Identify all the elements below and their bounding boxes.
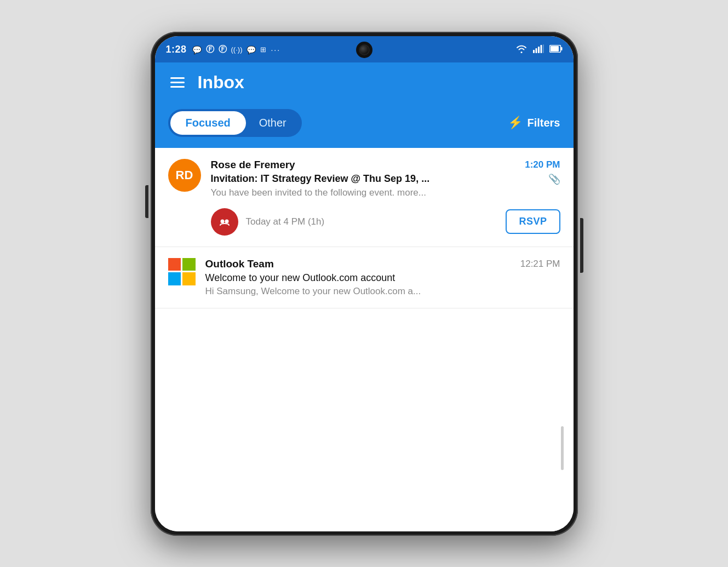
chat-icon: 💬 (192, 45, 202, 54)
more-icon: ··· (271, 45, 280, 54)
tab-focused[interactable]: Focused (170, 111, 246, 135)
email-content-2: Outlook Team 12:21 PM Welcome to your ne… (205, 258, 560, 297)
ms-blue-square (168, 272, 181, 285)
svg-point-8 (219, 216, 231, 228)
ms-green-square (182, 258, 196, 271)
event-left: Today at 4 PM (1h) (211, 208, 325, 236)
email-list: RD Rose de Fremery 1:20 PM Invitation: I… (155, 148, 574, 531)
email-subject-row-1: Invitation: IT Strategy Review @ Thu Sep… (211, 173, 560, 185)
wifi-icon (515, 44, 528, 55)
svg-point-9 (220, 219, 224, 223)
news-icon: ⊞ (260, 45, 266, 54)
svg-rect-2 (538, 47, 540, 53)
page-title: Inbox (198, 72, 244, 93)
avatar-rose: RD (168, 159, 201, 192)
tab-other[interactable]: Other (246, 111, 300, 135)
scroll-indicator (561, 426, 564, 470)
ms-red-square (168, 258, 181, 271)
email-content-1: Rose de Fremery 1:20 PM Invitation: IT S… (211, 159, 560, 236)
battery-icon (549, 45, 563, 54)
attachment-icon: 📎 (548, 173, 560, 185)
event-time: Today at 4 PM (1h) (246, 216, 325, 227)
filters-button[interactable]: ⚡ Filters (508, 116, 560, 130)
email-header-row-2: Outlook Team 12:21 PM (205, 258, 560, 270)
signal-icon (533, 44, 544, 55)
email-preview-1: You have been invited to the following e… (211, 187, 560, 198)
status-right-icons (515, 44, 563, 55)
sender-name-1: Rose de Fremery (211, 159, 295, 171)
chat2-icon: 💬 (247, 45, 256, 54)
ms-yellow-square (182, 272, 196, 285)
status-time: 1:28 (166, 44, 187, 55)
email-time-2: 12:21 PM (520, 259, 560, 270)
email-time-1: 1:20 PM (525, 159, 560, 170)
svg-rect-1 (535, 48, 537, 53)
svg-rect-7 (561, 47, 563, 50)
svg-rect-0 (533, 50, 535, 53)
microsoft-logo-avatar (168, 258, 196, 285)
email-subject-1: Invitation: IT Strategy Review @ Thu Sep… (211, 173, 544, 185)
svg-rect-6 (551, 46, 559, 51)
email-item-1[interactable]: RD Rose de Fremery 1:20 PM Invitation: I… (155, 148, 574, 247)
facebook-icon: Ⓕ (206, 44, 214, 55)
hamburger-menu[interactable] (170, 77, 185, 88)
svg-rect-3 (540, 45, 542, 53)
rsvp-button[interactable]: RSVP (506, 209, 560, 234)
lightning-icon: ⚡ (508, 116, 523, 130)
facebook2-icon: Ⓕ (219, 44, 227, 55)
sender-name-2: Outlook Team (205, 258, 274, 270)
svg-point-10 (225, 219, 228, 223)
filter-tabs-bar: Focused Other ⚡ Filters (155, 102, 574, 148)
event-row: Today at 4 PM (1h) RSVP (211, 206, 560, 236)
svg-rect-4 (543, 44, 544, 53)
filters-label: Filters (527, 117, 560, 129)
radio-icon: ((·)) (231, 45, 243, 54)
status-notification-icons: 💬 Ⓕ Ⓕ ((·)) 💬 ⊞ ··· (192, 44, 281, 55)
tab-group: Focused Other (168, 109, 302, 137)
avatar-initials: RD (176, 168, 193, 182)
event-icon (211, 208, 238, 236)
email-header-row-1: Rose de Fremery 1:20 PM (211, 159, 560, 171)
email-subject-row-2: Welcome to your new Outlook.com account (205, 272, 560, 284)
email-subject-2: Welcome to your new Outlook.com account (205, 272, 560, 284)
app-header: Inbox (155, 62, 574, 102)
email-preview-2: Hi Samsung, Welcome to your new Outlook.… (205, 286, 560, 297)
email-item-2[interactable]: Outlook Team 12:21 PM Welcome to your ne… (155, 247, 574, 308)
